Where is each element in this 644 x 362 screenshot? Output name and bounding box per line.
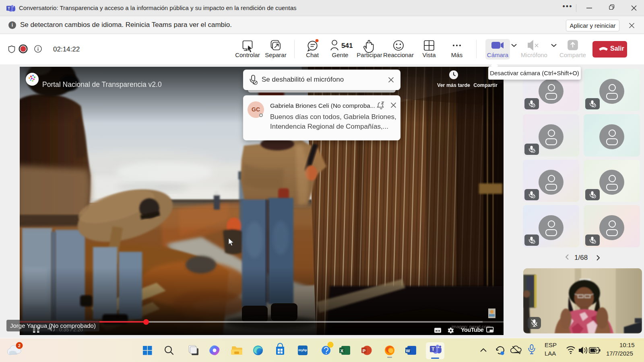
svg-text:T: T bbox=[8, 6, 10, 11]
svg-text:W: W bbox=[406, 349, 410, 354]
svg-text:X: X bbox=[341, 349, 344, 354]
svg-text:P: P bbox=[363, 349, 365, 354]
svg-text:myhp: myhp bbox=[298, 348, 307, 352]
svg-text:T: T bbox=[431, 346, 435, 352]
svg-text:541: 541 bbox=[341, 42, 353, 49]
svg-text:2: 2 bbox=[18, 343, 21, 348]
